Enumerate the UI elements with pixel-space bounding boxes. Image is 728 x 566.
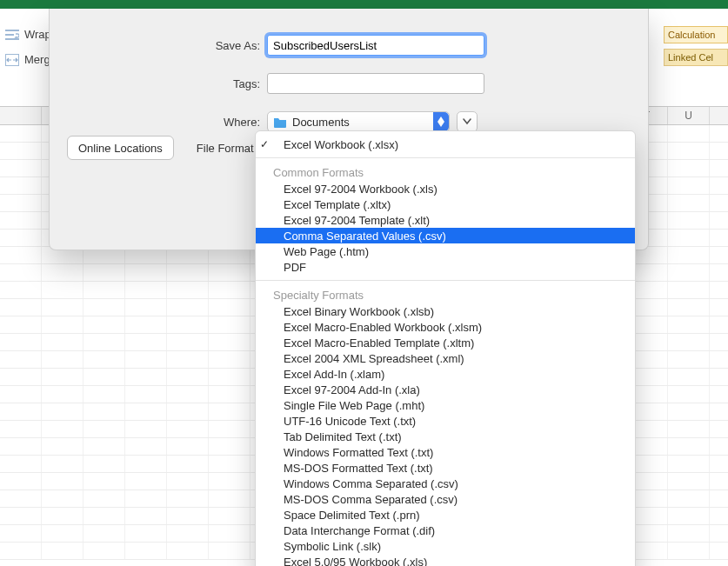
svg-rect-2: [5, 38, 19, 40]
menu-item-current[interactable]: Excel Workbook (.xlsx): [256, 137, 635, 152]
wrap-text-label: Wrap: [24, 28, 51, 41]
merge-button[interactable]: Merg: [5, 53, 51, 66]
menu-item[interactable]: Web Page (.htm): [256, 243, 635, 259]
menu-item[interactable]: Excel Add-In (.xlam): [256, 366, 635, 382]
menu-item[interactable]: Excel 2004 XML Spreadsheet (.xml): [256, 350, 635, 366]
file-format-label: File Format: [197, 142, 254, 155]
menu-item[interactable]: Excel Macro-Enabled Workbook (.xlsm): [256, 319, 635, 335]
file-format-menu: Excel Workbook (.xlsx) Common Formats Ex…: [255, 130, 636, 566]
menu-item[interactable]: MS-DOS Comma Separated (.csv): [256, 491, 635, 507]
col-h[interactable]: U: [668, 107, 710, 124]
wrap-text-icon: [5, 29, 19, 41]
merge-label: Merg: [24, 53, 50, 66]
menu-item[interactable]: Windows Comma Separated (.csv): [256, 476, 635, 491]
menu-item[interactable]: Symbolic Link (.slk): [256, 538, 635, 554]
menu-item[interactable]: Excel Binary Workbook (.xlsb): [256, 303, 635, 319]
menu-item[interactable]: Space Delimited Text (.prn): [256, 507, 635, 523]
style-linked-cell[interactable]: Linked Cel: [664, 49, 728, 66]
menu-item[interactable]: Excel Template (.xltx): [256, 196, 635, 212]
menu-separator: [256, 157, 635, 158]
menu-item[interactable]: Excel Macro-Enabled Template (.xltm): [256, 335, 635, 350]
col-h[interactable]: [0, 107, 42, 124]
tags-label: Tags:: [50, 77, 267, 90]
menu-item[interactable]: Excel 5.0/95 Workbook (.xls): [256, 554, 635, 566]
online-locations-button[interactable]: Online Locations: [67, 136, 174, 160]
save-as-input[interactable]: [267, 35, 484, 56]
menu-item[interactable]: Excel 97-2004 Add-In (.xla): [256, 382, 635, 397]
updown-icon: [433, 112, 449, 131]
menu-item[interactable]: MS-DOS Formatted Text (.txt): [256, 460, 635, 476]
where-value: Documents: [292, 116, 350, 129]
chevron-down-icon: [463, 118, 471, 125]
tags-input[interactable]: [267, 73, 484, 94]
menu-item-csv[interactable]: Comma Separated Values (.csv): [256, 228, 635, 243]
menu-header-common: Common Formats: [256, 163, 635, 181]
app-window: Wrap Merg Calculation Linked Cel T U: [0, 0, 728, 566]
menu-separator: [256, 280, 635, 281]
where-select[interactable]: Documents: [267, 111, 450, 132]
svg-rect-1: [5, 34, 14, 36]
menu-item[interactable]: UTF-16 Unicode Text (.txt): [256, 413, 635, 429]
menu-header-specialty: Specialty Formats: [256, 286, 635, 303]
ribbon-left-group: Wrap Merg: [5, 28, 51, 66]
ribbon-strip: [0, 0, 728, 9]
folder-icon: [273, 116, 287, 128]
menu-item[interactable]: Tab Delimited Text (.txt): [256, 429, 635, 444]
menu-item[interactable]: Excel 97-2004 Template (.xlt): [256, 212, 635, 228]
save-as-label: Save As:: [50, 39, 267, 52]
menu-item[interactable]: Windows Formatted Text (.txt): [256, 444, 635, 460]
where-label: Where:: [50, 116, 267, 129]
style-calculation[interactable]: Calculation: [664, 26, 728, 43]
svg-rect-0: [5, 30, 19, 31]
merge-icon: [5, 54, 19, 66]
expand-button[interactable]: [457, 111, 478, 132]
menu-item[interactable]: PDF: [256, 259, 635, 275]
menu-item[interactable]: Data Interchange Format (.dif): [256, 523, 635, 538]
menu-item[interactable]: Single File Web Page (.mht): [256, 397, 635, 413]
wrap-text-button[interactable]: Wrap: [5, 28, 51, 41]
menu-item[interactable]: Excel 97-2004 Workbook (.xls): [256, 181, 635, 196]
cell-styles-group: Calculation Linked Cel: [664, 26, 728, 66]
